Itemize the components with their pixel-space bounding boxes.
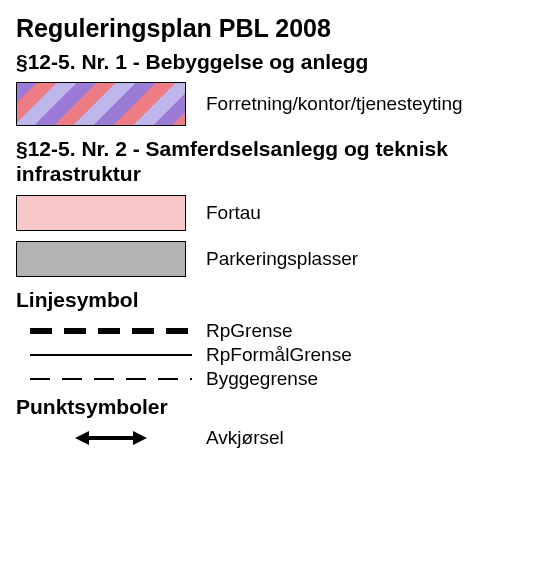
section-heading-2: §12-5. Nr. 2 - Samferdselsanlegg og tekn… bbox=[16, 136, 527, 186]
section-heading-lines: Linjesymbol bbox=[16, 287, 527, 312]
legend-row-fortau: Fortau bbox=[16, 195, 527, 231]
swatch-col bbox=[16, 82, 206, 126]
swatch-col bbox=[16, 195, 206, 231]
section-heading-1: §12-5. Nr. 1 - Bebyggelse og anlegg bbox=[16, 49, 527, 74]
legend-label: RpFormålGrense bbox=[206, 344, 352, 366]
swatch-col bbox=[16, 241, 206, 277]
line-rpformalgrense-icon bbox=[16, 345, 206, 365]
svg-marker-4 bbox=[75, 431, 89, 445]
legend-label: RpGrense bbox=[206, 320, 293, 342]
section-heading-points: Punktsymboler bbox=[16, 394, 527, 419]
legend-row-rpformalgrense: RpFormålGrense bbox=[16, 344, 527, 366]
legend-row-rpgrense: RpGrense bbox=[16, 320, 527, 342]
swatch-parkeringsplasser bbox=[16, 241, 186, 277]
legend-label: Forretning/kontor/tjenesteyting bbox=[206, 93, 527, 115]
page-title: Reguleringsplan PBL 2008 bbox=[16, 14, 527, 43]
legend-row-byggegrense: Byggegrense bbox=[16, 368, 527, 390]
legend-label: Parkeringsplasser bbox=[206, 248, 527, 270]
swatch-fortau bbox=[16, 195, 186, 231]
swatch-col bbox=[16, 345, 206, 365]
swatch-forretning-kontor-tjenesteyting bbox=[16, 82, 186, 126]
swatch-col bbox=[16, 427, 206, 449]
legend-label: Byggegrense bbox=[206, 368, 318, 390]
legend-row-stripes: Forretning/kontor/tjenesteyting bbox=[16, 82, 527, 126]
legend-row-avkjorsel: Avkjørsel bbox=[16, 427, 527, 449]
legend-label: Fortau bbox=[206, 202, 527, 224]
double-arrow-icon bbox=[71, 427, 151, 449]
legend-label: Avkjørsel bbox=[206, 427, 284, 449]
swatch-col bbox=[16, 321, 206, 341]
line-byggegrense-icon bbox=[16, 369, 206, 389]
svg-marker-5 bbox=[133, 431, 147, 445]
legend-row-parkering: Parkeringsplasser bbox=[16, 241, 527, 277]
swatch-col bbox=[16, 369, 206, 389]
legend-page: Reguleringsplan PBL 2008 §12-5. Nr. 1 - … bbox=[0, 0, 543, 469]
line-rpgrense-icon bbox=[16, 321, 206, 341]
